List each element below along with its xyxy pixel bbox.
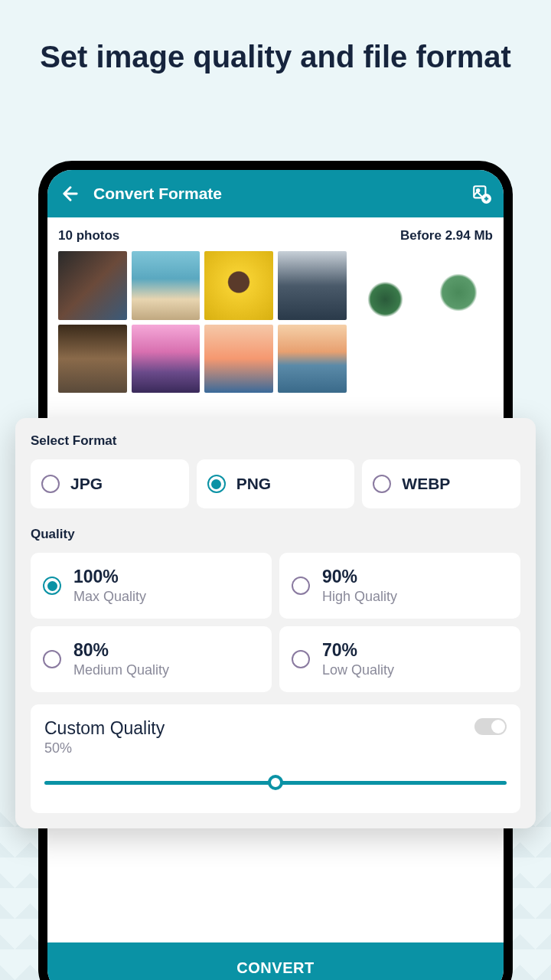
custom-quality-title: Custom Quality: [44, 718, 165, 739]
thumbnail[interactable]: [132, 251, 201, 320]
thumbnail[interactable]: [132, 325, 201, 394]
thumbnail[interactable]: [204, 251, 273, 320]
quality-desc: Max Quality: [73, 589, 146, 605]
status-row: 10 photos Before 2.94 Mb: [58, 228, 493, 243]
format-options: JPG PNG WEBP: [31, 459, 520, 508]
add-image-icon[interactable]: [471, 184, 491, 204]
app-bar-title: Convert Formate: [93, 185, 471, 203]
file-size-before: Before 2.94 Mb: [400, 228, 493, 243]
quality-pct: 90%: [322, 567, 397, 587]
thumbnail[interactable]: [278, 325, 347, 394]
quality-option-80[interactable]: 80% Medium Quality: [31, 626, 272, 692]
custom-quality-pct: 50%: [44, 740, 165, 756]
quality-pct: 100%: [73, 567, 146, 587]
content-area: 10 photos Before 2.94 Mb: [47, 217, 504, 403]
quality-pct: 80%: [73, 640, 169, 661]
convert-button[interactable]: CONVERT: [47, 942, 504, 980]
thumbnail-grid: [58, 251, 493, 393]
back-icon[interactable]: [60, 183, 81, 204]
quality-option-70[interactable]: 70% Low Quality: [279, 626, 520, 692]
thumbnail[interactable]: [351, 251, 420, 320]
format-section-label: Select Format: [31, 433, 520, 449]
thumbnail[interactable]: [58, 251, 127, 320]
thumbnail[interactable]: [278, 251, 347, 320]
format-option-png[interactable]: PNG: [197, 459, 355, 508]
radio-icon: [43, 650, 61, 668]
thumbnail[interactable]: [424, 251, 493, 320]
radio-icon: [207, 475, 226, 493]
custom-quality-toggle[interactable]: [474, 718, 507, 735]
quality-options: 100% Max Quality 90% High Quality 80% Me…: [31, 553, 520, 692]
radio-icon: [292, 650, 310, 668]
format-label: WEBP: [402, 475, 450, 493]
slider-thumb[interactable]: [268, 775, 283, 790]
quality-desc: Medium Quality: [73, 662, 169, 678]
custom-quality-slider[interactable]: [44, 775, 507, 790]
quality-section-label: Quality: [31, 527, 520, 542]
thumbnail[interactable]: [204, 325, 273, 394]
radio-icon: [41, 475, 60, 493]
quality-option-100[interactable]: 100% Max Quality: [31, 553, 272, 619]
custom-quality-card: Custom Quality 50%: [31, 704, 520, 813]
hero-title: Set image quality and file format: [0, 0, 551, 107]
format-option-webp[interactable]: WEBP: [362, 459, 520, 508]
quality-option-90[interactable]: 90% High Quality: [279, 553, 520, 619]
radio-icon: [373, 475, 391, 493]
radio-icon: [43, 577, 61, 595]
format-label: PNG: [236, 475, 272, 493]
format-option-jpg[interactable]: JPG: [31, 459, 189, 508]
app-bar: Convert Formate: [47, 170, 504, 217]
quality-desc: Low Quality: [322, 662, 394, 678]
photo-count: 10 photos: [58, 228, 119, 243]
quality-desc: High Quality: [322, 589, 397, 605]
settings-sheet: Select Format JPG PNG WEBP Quality 100% …: [15, 418, 536, 828]
format-label: JPG: [70, 475, 103, 493]
radio-icon: [292, 577, 310, 595]
thumbnail[interactable]: [58, 325, 127, 394]
quality-pct: 70%: [322, 640, 394, 661]
